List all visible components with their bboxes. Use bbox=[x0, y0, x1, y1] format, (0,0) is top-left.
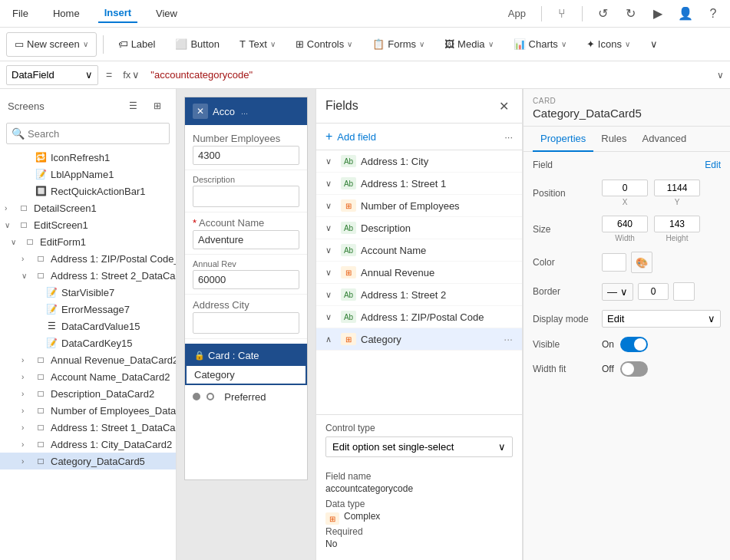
complex-type-icon: ⊞ bbox=[325, 512, 339, 525]
field-type-text-street2: Ab bbox=[341, 288, 356, 301]
field-edit-link[interactable]: Edit bbox=[705, 160, 721, 170]
forms-button[interactable]: 📋 Forms ∨ bbox=[364, 32, 433, 57]
more-icon: ∨ bbox=[650, 38, 658, 50]
tree-item-iconrefresh[interactable]: 🔁 IconRefresh1 bbox=[0, 149, 176, 166]
field-more-category[interactable]: ··· bbox=[504, 333, 513, 345]
charts-button[interactable]: 📊 Charts ∨ bbox=[505, 32, 575, 57]
tree-item-numemployees[interactable]: › □ Number of Employees_Data bbox=[0, 402, 176, 419]
card-type-label: CARD bbox=[524, 89, 730, 107]
address-input[interactable] bbox=[193, 312, 299, 334]
tree-item-zipcode[interactable]: › □ Address 1: ZIP/Postal Code_ bbox=[0, 250, 176, 267]
search-input[interactable] bbox=[28, 128, 164, 140]
new-screen-label: New screen bbox=[27, 38, 80, 50]
tree-item-accountname[interactable]: › □ Account Name_DataCard2 bbox=[0, 368, 176, 385]
divider2 bbox=[582, 6, 583, 21]
tree-item-city[interactable]: › □ Address 1: City_DataCard2 bbox=[0, 436, 176, 453]
street2-icon: □ bbox=[35, 269, 47, 282]
field-item-street1[interactable]: ∨ Ab Address 1: Street 1 bbox=[316, 173, 522, 195]
accountname-input[interactable]: Adventure bbox=[193, 230, 299, 249]
size-width-pair: Width bbox=[602, 216, 648, 242]
screens-header: Screens ☰ ⊞ bbox=[0, 89, 176, 123]
new-screen-button[interactable]: ▭ New screen ∨ bbox=[6, 32, 97, 57]
tab-rules[interactable]: Rules bbox=[593, 127, 634, 152]
button-button[interactable]: ⬜ Button bbox=[167, 32, 228, 57]
tree-item-description[interactable]: › □ Description_DataCard2 bbox=[0, 385, 176, 402]
redo-icon[interactable]: ↻ bbox=[619, 3, 641, 25]
field-item-description[interactable]: ∨ Ab Description bbox=[316, 217, 522, 239]
controls-button[interactable]: ⊞ Controls ∨ bbox=[287, 32, 361, 57]
tree-item-street1[interactable]: › □ Address 1: Street 1_DataCar bbox=[0, 419, 176, 436]
control-type-dropdown[interactable]: Edit option set single-select ∨ bbox=[325, 436, 513, 457]
tree-item-lblappname[interactable]: 📝 LblAppName1 bbox=[0, 166, 176, 183]
field-item-city[interactable]: ∨ Ab Address 1: City bbox=[316, 150, 522, 173]
search-box: 🔍 bbox=[6, 123, 170, 144]
person-icon[interactable]: 👤 bbox=[675, 3, 696, 25]
width-fit-toggle[interactable] bbox=[620, 361, 648, 377]
tree-item-category[interactable]: › □ Category_DataCard5 bbox=[0, 453, 176, 469]
list-view-icon[interactable]: ☰ bbox=[122, 95, 144, 117]
fork-icon[interactable]: ⑂ bbox=[551, 3, 573, 25]
tree-item-datacardvalue[interactable]: ☰ DataCardValue15 bbox=[0, 318, 176, 334]
menu-file[interactable]: File bbox=[6, 5, 35, 22]
help-icon[interactable]: ? bbox=[702, 3, 724, 25]
field-selector[interactable]: DataField ∨ bbox=[6, 65, 98, 85]
tree-item-annualrev[interactable]: › □ Annual Revenue_DataCard2 bbox=[0, 351, 176, 368]
tree-item-street2[interactable]: ∨ □ Address 1: Street 2_DataCar bbox=[0, 267, 176, 284]
field-chevron-annualrev: ∨ bbox=[325, 268, 336, 278]
field-item-category[interactable]: ∧ ⊞ Category ··· bbox=[316, 328, 522, 351]
play-icon[interactable]: ▶ bbox=[647, 3, 669, 25]
numemployees-input[interactable]: 4300 bbox=[193, 146, 299, 165]
add-field-more-icon[interactable]: ··· bbox=[504, 131, 513, 143]
text-button[interactable]: T Text ∨ bbox=[231, 32, 284, 57]
paint-icon[interactable]: 🎨 bbox=[631, 252, 652, 273]
tree-item-editform[interactable]: ∨ □ EditForm1 bbox=[0, 233, 176, 250]
field-item-accountname[interactable]: ∨ Ab Account Name bbox=[316, 239, 522, 262]
icons-button[interactable]: ✦ Icons ∨ bbox=[578, 32, 639, 57]
formula-expand-icon[interactable]: ∨ bbox=[717, 70, 724, 81]
tab-properties[interactable]: Properties bbox=[533, 127, 593, 152]
border-style-dropdown[interactable]: — ∨ bbox=[602, 283, 633, 301]
fields-close-button[interactable]: ✕ bbox=[494, 97, 513, 115]
border-dropdown-arrow: ∨ bbox=[620, 286, 628, 298]
more-button[interactable]: ∨ bbox=[642, 32, 666, 57]
grid-view-icon[interactable]: ⊞ bbox=[147, 95, 168, 117]
tree-item-datacardkey[interactable]: 📝 DataCardKey15 bbox=[0, 334, 176, 351]
description-input[interactable] bbox=[193, 186, 299, 207]
menu-view[interactable]: View bbox=[150, 5, 183, 22]
fx-button[interactable]: fx ∨ bbox=[120, 69, 143, 81]
menu-insert[interactable]: Insert bbox=[98, 4, 137, 23]
formula-input[interactable] bbox=[147, 69, 712, 81]
field-item-zipcode[interactable]: ∨ Ab Address 1: ZIP/Postal Code bbox=[316, 306, 522, 328]
media-button[interactable]: 🖼 Media ∨ bbox=[436, 32, 501, 57]
tree-item-detailscreen[interactable]: › □ DetailScreen1 bbox=[0, 199, 176, 216]
border-color-swatch[interactable] bbox=[673, 282, 695, 301]
cardvalue-icon: ☰ bbox=[45, 320, 58, 332]
tab-advanced[interactable]: Advanced bbox=[635, 127, 695, 152]
field-item-annualrev[interactable]: ∨ ⊞ Annual Revenue bbox=[316, 262, 522, 284]
category-card-selected[interactable]: 🔒 Card : Cate Category bbox=[185, 344, 307, 385]
tree-item-editscreen[interactable]: ∨ □ EditScreen1 bbox=[0, 216, 176, 233]
tree-item-rectquick[interactable]: 🔲 RectQuickActionBar1 bbox=[0, 183, 176, 199]
display-mode-dropdown[interactable]: Edit ∨ bbox=[602, 310, 721, 328]
menu-home[interactable]: Home bbox=[47, 5, 86, 22]
annualrev-input[interactable]: 60000 bbox=[193, 270, 299, 289]
field-item-street2[interactable]: ∨ Ab Address 1: Street 2 bbox=[316, 284, 522, 306]
visible-toggle[interactable] bbox=[620, 337, 648, 352]
tree-item-errormessage[interactable]: 📝 ErrorMessage7 bbox=[0, 301, 176, 318]
add-field-button[interactable]: + Add field ··· bbox=[316, 124, 522, 150]
color-swatch[interactable] bbox=[602, 253, 626, 272]
tree-item-starvisible[interactable]: 📝 StarVisible7 bbox=[0, 284, 176, 301]
label-button[interactable]: 🏷 Label bbox=[110, 32, 164, 57]
field-item-numemployees[interactable]: ∨ ⊞ Number of Employees bbox=[316, 195, 522, 217]
undo-icon[interactable]: ↺ bbox=[592, 3, 613, 25]
media-icon: 🖼 bbox=[444, 38, 454, 50]
canvas-close-icon[interactable]: ✕ bbox=[193, 104, 208, 119]
position-x-input[interactable] bbox=[602, 180, 648, 196]
size-height-input[interactable] bbox=[654, 216, 700, 232]
position-y-pair: Y bbox=[654, 180, 700, 206]
position-y-input[interactable] bbox=[654, 180, 700, 196]
border-value-input[interactable] bbox=[638, 283, 669, 300]
size-width-input[interactable] bbox=[602, 216, 648, 232]
field-type-option-numemployees: ⊞ bbox=[341, 199, 356, 212]
fields-title: Fields bbox=[325, 99, 358, 113]
